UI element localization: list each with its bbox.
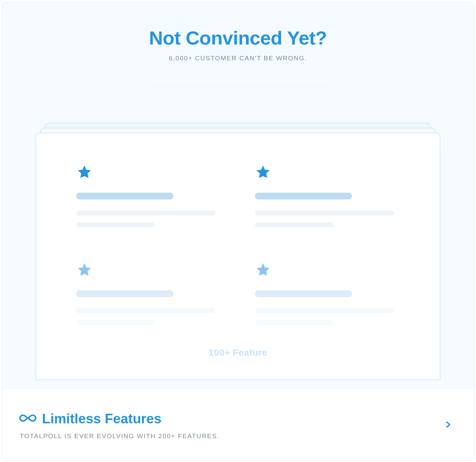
divider [148, 87, 328, 87]
review-placeholder [76, 164, 221, 234]
hero: Not Convinced Yet? 6,000+ CUSTOMER CAN'T… [2, 2, 474, 87]
skeleton-line [76, 308, 215, 313]
feature-count-badge: 100+ Feature [36, 344, 440, 367]
chevron-right-icon[interactable] [444, 420, 452, 429]
skeleton-line [255, 211, 394, 216]
skeleton-line [255, 320, 333, 325]
review-placeholder [255, 164, 400, 234]
star-icon [255, 164, 271, 180]
stack-card-front: 100+ Feature [36, 133, 440, 380]
star-icon [76, 164, 92, 180]
skeleton-line [255, 308, 394, 313]
infinity-icon [19, 409, 36, 428]
promo-section: Not Convinced Yet? 6,000+ CUSTOMER CAN'T… [2, 2, 474, 460]
banner-description: TOTALPOLL IS EVER EVOLVING WITH 200+ FEA… [19, 432, 219, 440]
banner-title: Limitless Features [42, 411, 161, 426]
reviews-grid [36, 133, 440, 344]
star-icon [76, 262, 92, 278]
skeleton-title [255, 193, 352, 199]
skeleton-title [76, 193, 173, 199]
banner-content: Limitless Features TOTALPOLL IS EVER EVO… [19, 409, 219, 440]
skeleton-line [76, 320, 155, 325]
hero-subtitle: 6,000+ CUSTOMER CAN'T BE WRONG. [2, 54, 474, 62]
skeleton-line [76, 211, 215, 216]
star-icon [255, 262, 271, 278]
skeleton-line [255, 222, 333, 227]
skeleton-title [255, 290, 352, 297]
features-banner[interactable]: Limitless Features TOTALPOLL IS EVER EVO… [2, 389, 474, 460]
review-placeholder [255, 262, 400, 332]
review-placeholder [76, 262, 221, 332]
skeleton-title [76, 290, 173, 297]
hero-title: Not Convinced Yet? [2, 27, 474, 49]
skeleton-line [76, 222, 155, 227]
